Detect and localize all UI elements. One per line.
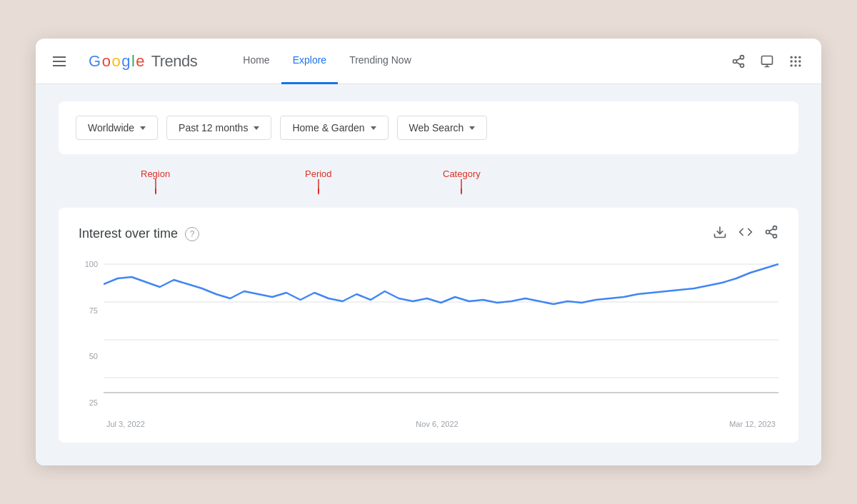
x-label-nov: Nov 6, 2022	[416, 420, 458, 428]
svg-point-11	[791, 60, 793, 62]
y-label-75: 75	[89, 306, 98, 315]
svg-line-27	[769, 233, 773, 235]
chart-container: 100 75 50 25	[79, 257, 778, 428]
searchtype-chevron-icon	[469, 126, 475, 130]
svg-marker-18	[155, 188, 156, 195]
period-annotation-arrow	[318, 179, 319, 195]
chart-actions	[713, 225, 778, 243]
share-icon[interactable]	[730, 53, 747, 70]
svg-point-26	[773, 234, 777, 238]
period-filter[interactable]: Past 12 months	[166, 116, 271, 140]
y-label-100: 100	[85, 260, 98, 268]
svg-line-4	[736, 58, 741, 60]
main-content: Worldwide Past 12 months Home & Garden W…	[36, 84, 821, 465]
nav-links: Home Explore Trending Now	[231, 39, 707, 84]
svg-line-28	[769, 228, 773, 231]
svg-point-0	[741, 55, 744, 59]
svg-point-24	[773, 226, 777, 230]
svg-point-8	[791, 56, 793, 58]
nav-explore[interactable]: Explore	[281, 39, 338, 84]
svg-point-10	[798, 56, 801, 58]
region-annotation-arrow	[155, 179, 156, 195]
period-annotation-label: Period	[305, 168, 332, 179]
svg-point-9	[794, 56, 796, 58]
category-annotation-label: Category	[443, 168, 481, 179]
download-icon[interactable]	[713, 225, 727, 243]
trend-chart	[104, 257, 778, 414]
chart-title-group: Interest over time ?	[79, 226, 199, 241]
chart-title: Interest over time	[79, 226, 178, 241]
svg-line-3	[736, 62, 741, 64]
period-chevron-icon	[254, 126, 259, 130]
filter-bar: Worldwide Past 12 months Home & Garden W…	[59, 101, 798, 154]
category-filter[interactable]: Home & Garden	[280, 116, 388, 140]
svg-point-13	[798, 60, 801, 62]
svg-point-25	[766, 231, 770, 234]
logo: Google Trends	[89, 52, 197, 71]
annotations-row: Region Period Category	[59, 168, 798, 208]
nav-bar: Google Trends Home Explore Trending Now	[36, 39, 821, 84]
nav-home[interactable]: Home	[231, 39, 281, 84]
y-label-50: 50	[89, 352, 98, 361]
svg-point-15	[794, 64, 796, 66]
region-annotation-label: Region	[141, 168, 170, 179]
chart-section: Interest over time ?	[59, 208, 798, 443]
hamburger-icon[interactable]	[53, 56, 66, 66]
svg-marker-22	[461, 188, 462, 195]
nav-actions	[730, 53, 804, 70]
chart-header: Interest over time ?	[79, 225, 778, 243]
region-chevron-icon	[140, 126, 146, 130]
category-chevron-icon	[371, 126, 376, 130]
region-filter[interactable]: Worldwide	[76, 116, 158, 140]
svg-point-2	[741, 64, 744, 67]
x-label-jul: Jul 3, 2022	[106, 420, 145, 428]
svg-point-14	[791, 64, 793, 66]
search-type-filter[interactable]: Web Search	[397, 116, 488, 140]
feedback-icon[interactable]	[758, 53, 776, 70]
nav-trending-now[interactable]: Trending Now	[338, 39, 423, 84]
svg-rect-5	[762, 56, 773, 64]
svg-point-12	[794, 60, 796, 62]
chart-share-icon[interactable]	[764, 225, 778, 243]
embed-icon[interactable]	[738, 225, 753, 243]
svg-point-16	[798, 64, 801, 66]
y-label-25: 25	[89, 398, 98, 407]
category-annotation-arrow	[461, 179, 462, 195]
svg-marker-20	[318, 188, 319, 195]
browser-window: Google Trends Home Explore Trending Now	[36, 39, 821, 465]
help-icon[interactable]: ?	[185, 227, 199, 241]
x-label-mar: Mar 12, 2023	[729, 420, 776, 428]
apps-icon[interactable]	[787, 53, 804, 70]
svg-point-1	[733, 59, 737, 63]
